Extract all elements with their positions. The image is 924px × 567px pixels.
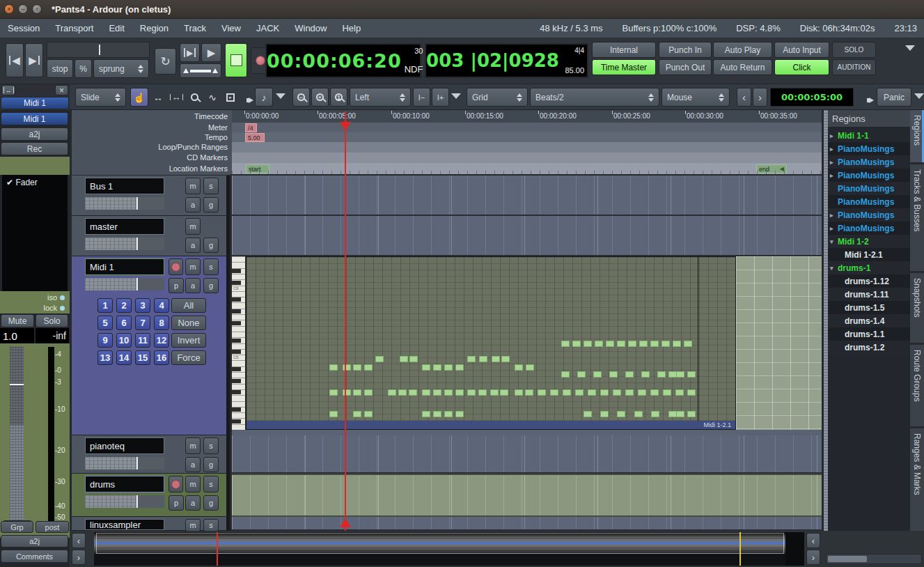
midi-note[interactable]: [563, 389, 571, 396]
channel-force-button[interactable]: Force: [171, 350, 206, 365]
midi-note[interactable]: [444, 411, 453, 417]
mixer-strip-close-button[interactable]: ×: [55, 85, 68, 95]
midi-note[interactable]: [422, 364, 430, 371]
channel-all-button[interactable]: All: [171, 298, 206, 313]
track-header-midi-1[interactable]: Midi 1mspag12345678910111213141516AllNon…: [72, 256, 230, 435]
nudge-clock[interactable]: 00:00:05:00: [770, 88, 854, 107]
midi-note[interactable]: [467, 356, 476, 362]
midi-note[interactable]: [625, 371, 634, 378]
a-button-bus-1[interactable]: a: [185, 197, 201, 212]
grab-tool-button[interactable]: ☝: [130, 88, 148, 107]
scrollbar-thumb[interactable]: [828, 556, 867, 562]
midi-note[interactable]: [676, 371, 684, 378]
m-button-pianoteq[interactable]: m: [185, 437, 201, 454]
region-list-item[interactable]: drums-1.12: [828, 274, 910, 288]
summary-nav-right-button[interactable]: ›: [806, 550, 820, 565]
menu-help[interactable]: Help: [334, 19, 368, 38]
midi-channel-15[interactable]: 15: [135, 350, 150, 365]
p-button-midi-1[interactable]: p: [169, 278, 184, 293]
nudge-back-button[interactable]: ‹: [737, 88, 751, 107]
panic-button[interactable]: Panic: [877, 88, 911, 107]
midi-note[interactable]: [676, 411, 684, 417]
strip-output-button[interactable]: a2j: [1, 535, 68, 547]
expand-arrow-icon[interactable]: ▸: [828, 159, 836, 166]
summary-nav-left-button[interactable]: ‹: [806, 533, 820, 548]
toggle-punch-in[interactable]: Punch In: [659, 42, 712, 58]
gain-display[interactable]: 1.0: [0, 328, 34, 343]
midi-note[interactable]: [584, 341, 592, 347]
midi-sound-notes-button[interactable]: ♪: [255, 88, 273, 107]
zoom-to-session-button[interactable]: 1: [330, 88, 347, 107]
track-height-grow-button[interactable]: I+: [432, 88, 449, 107]
g-button-master[interactable]: g: [203, 238, 219, 253]
midi-note[interactable]: [657, 371, 666, 378]
ruler-loop-punch[interactable]: [232, 142, 822, 153]
track-header-bus-1[interactable]: Bus 1msag: [72, 176, 230, 216]
region-list-item[interactable]: drums-1.1: [828, 327, 910, 341]
midi-note[interactable]: [409, 356, 418, 362]
expand-arrow-icon[interactable]: ▸: [828, 132, 836, 139]
midi-note[interactable]: [650, 341, 659, 347]
solo-lock-led-icon[interactable]: [60, 306, 65, 311]
zoom-focus-select[interactable]: Left: [350, 88, 411, 107]
midi-channel-6[interactable]: 6: [116, 316, 132, 330]
track-name-midi-1[interactable]: Midi 1: [85, 258, 164, 275]
midi-note[interactable]: [388, 389, 396, 396]
toggle-auto-input[interactable]: Auto Input: [774, 42, 829, 58]
menu-jack[interactable]: JACK: [249, 19, 287, 38]
group-button[interactable]: Grp: [1, 521, 33, 533]
mixer-strip-track-tab[interactable]: Midi 1: [1, 97, 69, 109]
gain-fader-drums[interactable]: [85, 495, 164, 508]
s-button-pianoteq[interactable]: s: [203, 437, 219, 454]
midi-note[interactable]: [364, 411, 373, 417]
midi-note[interactable]: [329, 389, 338, 396]
region-list-item[interactable]: ▾Midi 1-2: [828, 235, 910, 248]
midi-note[interactable]: [584, 411, 592, 417]
strip-record-button[interactable]: Rec: [1, 142, 68, 155]
g-button-bus-1[interactable]: g: [203, 197, 219, 212]
session-summary[interactable]: [94, 532, 804, 566]
midi-note[interactable]: [572, 341, 581, 347]
midi-channel-9[interactable]: 9: [97, 333, 113, 348]
region-list-item[interactable]: ▸PianoMusings: [828, 155, 910, 169]
midi-note[interactable]: [684, 341, 692, 347]
playhead-line[interactable]: [345, 111, 346, 531]
midi-note[interactable]: [478, 389, 487, 396]
midi-note[interactable]: [444, 364, 453, 371]
midi-note[interactable]: [364, 364, 373, 371]
rec-enable-drums[interactable]: [169, 476, 183, 492]
shuttle-style-select[interactable]: sprung: [93, 59, 149, 78]
midi-note[interactable]: [617, 411, 625, 417]
side-tab-regions[interactable]: Regions: [910, 110, 924, 162]
midi-note[interactable]: [593, 371, 602, 378]
midi-channel-4[interactable]: 4: [154, 298, 169, 313]
midi-note[interactable]: [526, 364, 534, 371]
window-maximize-button[interactable]: ▫: [32, 4, 42, 14]
region-list-item[interactable]: drums-1.11: [828, 288, 910, 301]
a-button-midi-1[interactable]: a: [185, 278, 201, 293]
midi-note[interactable]: [550, 389, 558, 396]
grid-unit-select[interactable]: Beats/2: [530, 88, 659, 107]
midi-note[interactable]: [455, 389, 464, 396]
metering-point-button[interactable]: post: [36, 521, 69, 533]
p-button-drums[interactable]: p: [169, 495, 184, 511]
zoom-tool-button[interactable]: [185, 88, 203, 107]
track-name-master[interactable]: master: [85, 218, 164, 235]
strip-input-button[interactable]: a2j: [1, 127, 68, 141]
menu-track[interactable]: Track: [176, 19, 214, 38]
gain-fader[interactable]: [10, 347, 24, 527]
midi-note[interactable]: [479, 356, 487, 362]
expand-arrow-icon[interactable]: ▸: [828, 172, 836, 179]
gain-fader-handle[interactable]: [10, 384, 24, 385]
playhead-top-marker[interactable]: [340, 122, 351, 131]
snap-mode-select[interactable]: Grid: [467, 88, 528, 107]
midi-note[interactable]: [490, 389, 499, 396]
playhead-bottom-marker[interactable]: [340, 518, 351, 527]
comments-button[interactable]: Comments: [1, 550, 68, 563]
midi-note[interactable]: [500, 389, 508, 396]
zoom-in-button[interactable]: +: [311, 88, 329, 107]
shuttle-bar-button[interactable]: [180, 63, 221, 78]
track-header-drums[interactable]: drumsmspag: [72, 474, 230, 517]
midi-note[interactable]: [675, 389, 684, 396]
midi-note[interactable]: [687, 371, 696, 378]
